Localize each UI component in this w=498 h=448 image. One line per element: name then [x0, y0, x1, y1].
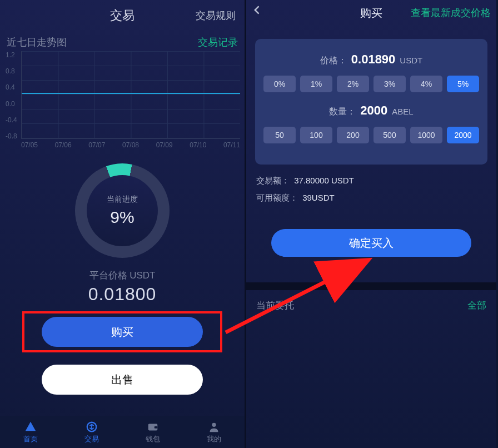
- chart-container: 1.2 0.8 0.4 0.0 -0.4 -0.8 07/05 07/06 07…: [0, 51, 245, 153]
- nav-mine[interactable]: 我的: [183, 416, 245, 448]
- divider: [246, 282, 496, 290]
- nav-label: 我的: [207, 434, 221, 444]
- x-tick: 07/08: [122, 141, 139, 149]
- progress-label: 当前进度: [107, 195, 138, 205]
- amount-line: 交易额： 37.80000 USDT: [256, 176, 486, 186]
- right-header: 购买 查看最新成交价格: [246, 0, 496, 26]
- nav-label: 交易: [84, 434, 99, 444]
- chart-line-series: [22, 93, 240, 94]
- x-tick: 07/10: [190, 141, 206, 149]
- qty-value: 2000: [360, 103, 387, 118]
- price-value: 0.01890: [351, 52, 396, 67]
- qty-row: 数量： 2000 ABEL: [261, 103, 482, 118]
- buy-button[interactable]: 购买: [42, 317, 203, 347]
- orders-header: 当前委托 全部: [246, 290, 496, 321]
- price-row: 价格： 0.01890 USDT: [261, 52, 482, 67]
- qty-label: 数量：: [329, 106, 356, 118]
- y-tick: 0.8: [6, 67, 17, 75]
- qty-option-1000[interactable]: 1000: [410, 127, 442, 143]
- annotation-highlight: 购买: [22, 311, 222, 352]
- bottom-nav: 首页 交易 钱包 我的: [0, 416, 245, 448]
- y-tick: 0.0: [6, 100, 17, 108]
- percent-options: 0% 1% 2% 3% 4% 5%: [261, 76, 482, 92]
- progress-percent: 9%: [110, 208, 134, 227]
- back-icon[interactable]: [252, 2, 263, 19]
- qty-option-200[interactable]: 200: [337, 127, 369, 143]
- percent-option-1[interactable]: 1%: [300, 76, 332, 92]
- limit-label: 可用额度：: [256, 193, 298, 202]
- nav-label: 钱包: [146, 434, 160, 444]
- price-block: 平台价格 USDT 0.01800: [0, 269, 245, 305]
- right-title: 购买: [360, 6, 382, 21]
- x-tick: 07/06: [55, 141, 72, 149]
- percent-option-4[interactable]: 4%: [410, 76, 442, 92]
- amount-value: 37.80000 USDT: [294, 176, 354, 185]
- nav-trade[interactable]: 交易: [61, 416, 122, 448]
- percent-option-3[interactable]: 3%: [374, 76, 406, 92]
- y-axis: 1.2 0.8 0.4 0.0 -0.4 -0.8: [6, 51, 17, 140]
- percent-option-5[interactable]: 5%: [447, 76, 479, 92]
- page-title: 交易: [110, 7, 135, 24]
- qty-option-2000[interactable]: 2000: [447, 127, 479, 143]
- x-axis: 07/05 07/06 07/07 07/08 07/09 07/10 07/1…: [21, 139, 240, 149]
- y-tick: 1.2: [6, 51, 17, 59]
- home-icon: [24, 420, 37, 434]
- svg-rect-2: [155, 426, 158, 429]
- records-link[interactable]: 交易记录: [198, 36, 238, 49]
- buy-screen: 购买 查看最新成交价格 价格： 0.01890 USDT 0% 1% 2% 3%…: [246, 0, 496, 448]
- wallet-icon: [146, 420, 160, 434]
- orders-all-link[interactable]: 全部: [467, 299, 486, 312]
- y-tick: 0.4: [6, 83, 17, 91]
- nav-home[interactable]: 首页: [0, 416, 61, 448]
- x-tick: 07/07: [88, 141, 105, 149]
- progress-donut: 当前进度 9%: [0, 163, 245, 258]
- confirm-buy-button[interactable]: 确定买入: [271, 229, 471, 257]
- price-value: 0.01800: [0, 284, 245, 305]
- qty-option-50[interactable]: 50: [263, 127, 296, 143]
- orders-title: 当前委托: [256, 299, 294, 312]
- nav-wallet[interactable]: 钱包: [122, 416, 183, 448]
- y-tick: -0.8: [6, 132, 17, 140]
- qty-unit: ABEL: [392, 107, 413, 116]
- sell-button[interactable]: 出售: [42, 365, 203, 395]
- percent-option-0[interactable]: 0%: [263, 76, 296, 92]
- x-tick: 07/05: [21, 141, 38, 149]
- qty-option-500[interactable]: 500: [374, 127, 406, 143]
- price-unit: USDT: [400, 56, 422, 65]
- x-tick: 07/09: [156, 141, 173, 149]
- chart-title: 近七日走势图: [7, 36, 67, 49]
- qty-option-100[interactable]: 100: [300, 127, 332, 143]
- chart-plot: [21, 51, 240, 139]
- x-tick: 07/11: [223, 141, 240, 149]
- limit-line: 可用额度： 39USDT: [256, 193, 486, 203]
- left-header: 交易 交易规则: [0, 0, 245, 31]
- svg-point-3: [212, 422, 216, 426]
- user-icon: [207, 420, 221, 434]
- chart-header: 近七日走势图 交易记录: [0, 31, 245, 51]
- order-panel: 价格： 0.01890 USDT 0% 1% 2% 3% 4% 5% 数量： 2…: [255, 39, 487, 165]
- price-label: 价格：: [320, 55, 347, 67]
- trade-icon: [85, 420, 98, 434]
- rules-link[interactable]: 交易规则: [196, 9, 236, 22]
- y-tick: -0.4: [6, 116, 17, 124]
- trade-screen: 交易 交易规则 近七日走势图 交易记录 1.2 0.8 0.4 0.0 -0.4…: [0, 0, 246, 448]
- latest-price-link[interactable]: 查看最新成交价格: [411, 6, 491, 19]
- limit-value: 39USDT: [302, 193, 335, 202]
- percent-option-2[interactable]: 2%: [337, 76, 369, 92]
- nav-label: 首页: [23, 434, 38, 444]
- qty-options: 50 100 200 500 1000 2000: [261, 127, 482, 143]
- amount-label: 交易额：: [256, 176, 290, 185]
- price-label: 平台价格 USDT: [0, 269, 245, 282]
